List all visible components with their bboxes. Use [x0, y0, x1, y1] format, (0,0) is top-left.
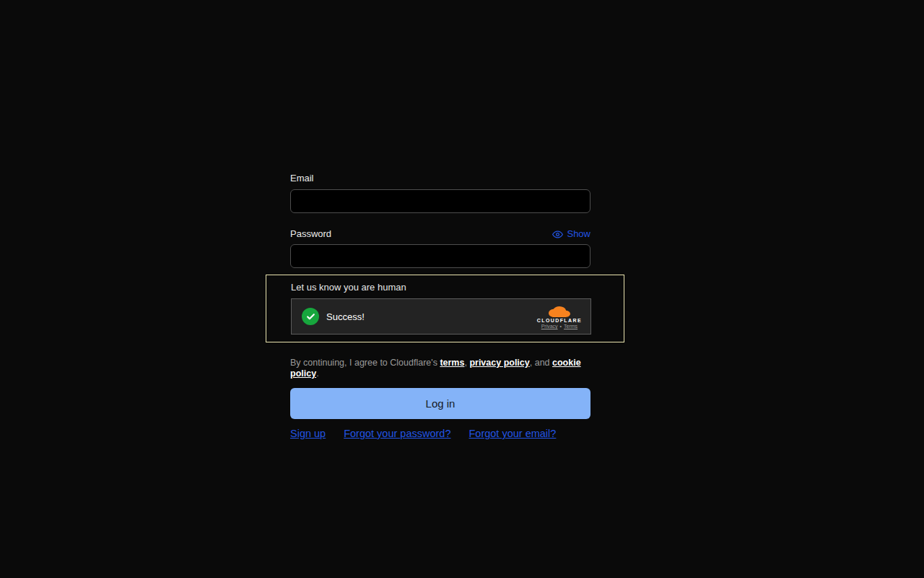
- agreement-text: By continuing, I agree to Cloudflare's t…: [290, 358, 590, 379]
- turnstile-branding: CLOUDFLARE Privacy • Terms: [537, 304, 582, 329]
- login-button[interactable]: Log in: [290, 388, 590, 419]
- eye-icon: [552, 229, 563, 240]
- turnstile-status: Success!: [302, 308, 365, 325]
- password-label: Password: [290, 228, 331, 240]
- password-field[interactable]: [290, 244, 590, 268]
- password-label-row: Password Show: [290, 228, 590, 240]
- turnstile-privacy-link[interactable]: Privacy: [541, 324, 558, 329]
- email-field[interactable]: [290, 189, 590, 213]
- agreement-terms-link[interactable]: terms: [440, 358, 464, 368]
- login-form: Email Password Show Let us know you are …: [290, 173, 590, 440]
- agreement-text-after: .: [316, 368, 318, 379]
- cloudflare-wordmark: CLOUDFLARE: [537, 318, 582, 323]
- signup-link[interactable]: Sign up: [290, 427, 326, 440]
- forgot-password-link[interactable]: Forgot your password?: [344, 427, 450, 440]
- show-password-label: Show: [567, 228, 590, 240]
- cloudflare-cloud-icon: [549, 306, 570, 317]
- login-page: { "login_form": { "email": { "label": "E…: [0, 0, 924, 578]
- turnstile-link-separator: •: [560, 324, 562, 329]
- turnstile-widget: Success! CLOUDFLARE Privacy • Terms: [291, 298, 591, 335]
- agreement-separator-2: , and: [530, 358, 552, 368]
- forgot-email-link[interactable]: Forgot your email?: [468, 427, 556, 440]
- human-verification-box: Let us know you are human Success! CLOUD…: [266, 275, 624, 342]
- footer-links: Sign up Forgot your password? Forgot you…: [290, 427, 590, 440]
- agreement-text-before: By continuing, I agree to Cloudflare's: [290, 358, 440, 368]
- human-verification-heading: Let us know you are human: [291, 282, 591, 293]
- show-password-button[interactable]: Show: [552, 228, 590, 240]
- turnstile-terms-link[interactable]: Terms: [564, 324, 578, 329]
- turnstile-legal-links: Privacy • Terms: [541, 324, 578, 329]
- email-label: Email: [290, 173, 590, 184]
- agreement-privacy-link[interactable]: privacy policy: [469, 358, 529, 368]
- turnstile-status-text: Success!: [326, 311, 365, 322]
- success-check-icon: [302, 308, 319, 325]
